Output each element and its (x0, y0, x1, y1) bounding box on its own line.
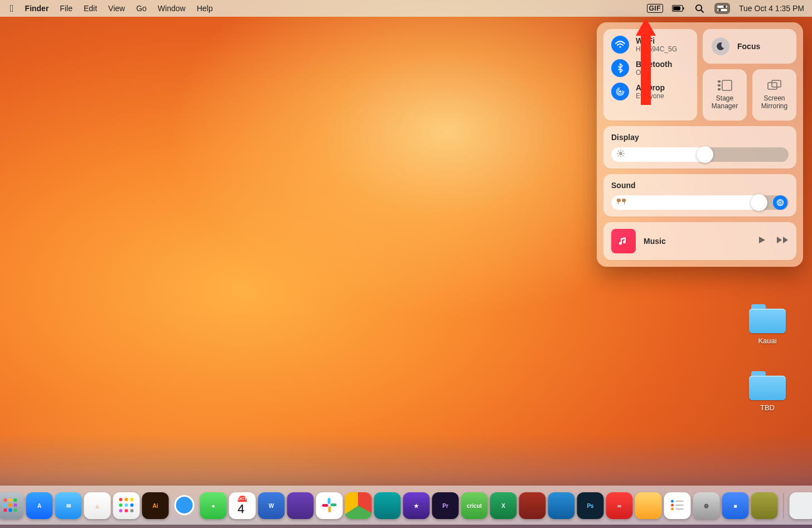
bluetooth-toggle[interactable]: Bluetooth On (611, 59, 689, 77)
svg-rect-39 (14, 498, 17, 502)
svg-rect-60 (322, 504, 328, 507)
dock-app-launchpad[interactable] (0, 492, 24, 519)
display-slider[interactable] (611, 147, 789, 162)
dock-app-label: ⌂ (95, 503, 99, 509)
music-app-icon (611, 229, 636, 253)
focus-toggle[interactable]: Focus (703, 29, 796, 64)
gif-menubar-icon[interactable]: GIF (647, 4, 664, 13)
svg-rect-38 (9, 498, 12, 502)
apple-menu-icon[interactable]:  (10, 3, 14, 13)
dock-app-purple[interactable] (287, 492, 314, 519)
menu-file[interactable]: File (60, 4, 72, 13)
svg-rect-42 (14, 503, 17, 507)
focus-title: Focus (737, 42, 760, 51)
dock-app-blue[interactable] (548, 492, 575, 519)
dock-app-imovie[interactable]: ★ (403, 492, 430, 519)
menu-help[interactable]: Help (197, 4, 213, 13)
svg-rect-40 (4, 503, 7, 507)
sound-slider-thumb[interactable] (751, 194, 767, 211)
sound-slider[interactable] (611, 195, 789, 210)
dock-app-label: ✉ (66, 503, 71, 509)
svg-rect-37 (4, 498, 7, 502)
display-title: Display (611, 133, 789, 142)
menu-go[interactable]: Go (136, 4, 147, 13)
folder-icon (749, 304, 786, 333)
menu-window[interactable]: Window (158, 4, 186, 13)
dock-app-photoshop[interactable]: Ps (577, 492, 604, 519)
dock-app-safari[interactable] (171, 492, 198, 519)
airplay-audio-icon[interactable] (773, 195, 787, 210)
svg-point-56 (176, 497, 193, 513)
dock-app-premiere[interactable]: Pr (432, 492, 459, 519)
dock-app-label (173, 494, 196, 517)
dock-app-excel[interactable]: X (490, 492, 517, 519)
dock-app-grid[interactable] (113, 492, 140, 519)
svg-line-4 (701, 10, 703, 12)
next-track-icon[interactable] (776, 236, 789, 247)
airdrop-icon (611, 83, 629, 100)
svg-point-6 (723, 6, 726, 8)
dock-app-calendar[interactable]: OCT4 (229, 492, 256, 519)
menu-view[interactable]: View (108, 4, 125, 13)
screen-mirroring-line2: Mirroring (761, 102, 787, 110)
dock-app-slack[interactable] (316, 492, 343, 519)
svg-rect-57 (328, 498, 331, 504)
dock-app-teal[interactable] (374, 492, 401, 519)
dock-app-settings[interactable]: ⚙ (693, 492, 720, 519)
svg-rect-14 (718, 84, 721, 87)
dock-app-label: ■ (733, 503, 737, 509)
svg-rect-59 (328, 506, 331, 512)
dock-app-chrome[interactable] (345, 492, 372, 519)
bluetooth-subtitle: On (636, 69, 672, 76)
svg-rect-44 (9, 508, 12, 512)
menu-edit[interactable]: Edit (84, 4, 97, 13)
spotlight-search-icon[interactable] (693, 2, 705, 15)
battery-icon[interactable] (672, 2, 684, 15)
dock-app-cricut[interactable]: cricut (461, 492, 488, 519)
stage-manager-button[interactable]: StageManager (703, 69, 747, 121)
dock-app-illustrator[interactable]: Ai (142, 492, 169, 519)
dock-app-sketch[interactable] (635, 492, 662, 519)
display-slider-thumb[interactable] (697, 146, 713, 163)
dock-app-label: Ps (587, 503, 593, 509)
menubar-clock[interactable]: Tue Oct 4 1:35 PM (739, 4, 804, 13)
svg-point-52 (119, 509, 123, 512)
dock-app-appstore[interactable]: A (26, 492, 53, 519)
screen-mirroring-button[interactable]: ScreenMirroring (752, 69, 796, 121)
desktop-folder-tbd[interactable]: TBD (743, 371, 792, 412)
airdrop-toggle[interactable]: AirDrop Everyone (611, 83, 689, 100)
menubar-app-name[interactable]: Finder (25, 4, 49, 13)
dock-app-zoom[interactable]: ■ (722, 492, 749, 519)
dock-separator (784, 493, 784, 519)
dock-app-label (321, 497, 338, 515)
dock-app-label: A (37, 503, 41, 509)
moon-icon (712, 37, 729, 55)
dock-app-label: Ai (153, 503, 158, 509)
dock-app-label: ⚙ (704, 503, 709, 509)
play-icon[interactable] (757, 236, 766, 247)
dock-app-label: Pr (442, 503, 448, 509)
wifi-toggle[interactable]: Wi-Fi HT_594C_5G (611, 36, 689, 54)
dock-app-messages[interactable]: ● (200, 492, 227, 519)
dock-app-cc[interactable]: ∞ (606, 492, 633, 519)
stage-manager-line1: Stage (716, 94, 733, 102)
control-center-icon[interactable] (714, 3, 730, 14)
svg-line-25 (623, 156, 624, 156)
dock-app-label: W (269, 503, 274, 509)
svg-point-19 (619, 152, 622, 155)
dock-app-olive[interactable] (751, 492, 778, 519)
dock-app-label (669, 497, 686, 515)
dock-app-home[interactable]: ⌂ (84, 492, 111, 519)
music-card[interactable]: Music (603, 222, 796, 260)
desktop-folder-kauai[interactable]: Kauai (743, 304, 792, 345)
dock-app-reminders[interactable] (664, 492, 691, 519)
svg-point-48 (130, 498, 134, 501)
svg-point-10 (619, 90, 621, 93)
wifi-texts: Wi-Fi HT_594C_5G (636, 36, 677, 53)
dock-app-red[interactable] (519, 492, 546, 519)
dock-app-mail[interactable]: ✉ (55, 492, 82, 519)
dock-app-word[interactable]: W (258, 492, 285, 519)
svg-line-26 (623, 151, 624, 151)
svg-point-50 (125, 503, 128, 507)
dock-app-screenshot[interactable] (790, 492, 813, 519)
